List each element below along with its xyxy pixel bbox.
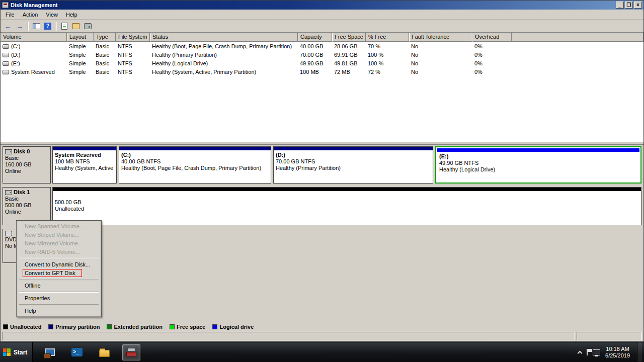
forward-icon[interactable]: → — [14, 21, 25, 31]
column-file-system[interactable]: File System — [116, 33, 150, 42]
partition-system-reserved[interactable]: System Reserved 100 MB NTFS Healthy (Sys… — [52, 146, 117, 184]
column-pct-free[interactable]: % Free — [366, 33, 409, 42]
powershell-icon[interactable]: >_ — [68, 344, 86, 360]
show-desktop-button[interactable] — [637, 342, 642, 362]
window-title: Disk Management — [11, 2, 615, 8]
menu-help[interactable]: Help — [62, 11, 82, 19]
close-button[interactable]: × — [634, 2, 642, 9]
network-icon[interactable] — [593, 349, 600, 355]
menu-item-offline[interactable]: Offline — [18, 282, 100, 290]
menu-item-convert-to-dynamic-disk[interactable]: Convert to Dynamic Disk... — [18, 260, 100, 269]
pct-free-cell: 70 % — [366, 43, 409, 49]
layout-cell: Simple — [67, 52, 94, 58]
disk-name: Disk 0 — [14, 148, 30, 155]
show-console-tree-icon[interactable] — [31, 21, 42, 31]
overhead-cell: 0% — [472, 60, 512, 66]
tray-time: 10:18 AM — [605, 346, 630, 352]
free-space-cell: 72 MB — [332, 69, 366, 75]
volume-name: (E:) — [11, 60, 20, 66]
status-panel-side — [577, 332, 642, 340]
context-menu: New Spanned Volume... New Striped Volume… — [16, 220, 102, 317]
refresh-icon[interactable] — [59, 21, 70, 31]
minimize-button[interactable]: _ — [616, 2, 624, 9]
rescan-disks-icon[interactable] — [82, 21, 93, 31]
volume-row-e[interactable]: (E:) Simple Basic NTFS Healthy (Logical … — [1, 59, 643, 67]
legend-swatch — [212, 324, 217, 329]
disk-kind: Basic — [5, 196, 48, 202]
menu-action[interactable]: Action — [19, 11, 42, 19]
file-system-cell: NTFS — [116, 60, 150, 66]
file-explorer-icon[interactable] — [95, 344, 113, 360]
disk0-header[interactable]: Disk 0 Basic 160.00 GB Online — [3, 146, 51, 184]
primary-partition-color-strip — [119, 147, 271, 150]
unallocated-region[interactable]: 500.00 GB Unallocated — [52, 187, 641, 225]
partition-d[interactable]: (D:) 70.00 GB NTFS Healthy (Primary Part… — [273, 146, 433, 184]
column-layout[interactable]: Layout — [67, 33, 94, 42]
legend-bar: Unallocated Primary partition Extended p… — [1, 322, 643, 331]
volume-list: Volume Layout Type File System Status Ca… — [1, 33, 643, 142]
partition-title: System Reserved — [53, 150, 116, 158]
menu-item-help[interactable]: Help — [18, 307, 100, 315]
start-button[interactable]: Start — [0, 342, 33, 362]
legend-label: Unallocated — [10, 324, 41, 330]
disk1-header[interactable]: Disk 1 Basic 500.00 GB Online — [3, 187, 51, 225]
menu-item-new-mirrored-volume: New Mirrored Volume... — [18, 239, 100, 248]
volume-cell: System Reserved — [1, 69, 67, 75]
legend-free-space: Free space — [170, 324, 205, 330]
free-space-cell: 69.91 GB — [332, 52, 366, 58]
server-manager-icon[interactable] — [41, 344, 59, 360]
menu-separator — [19, 258, 99, 259]
menu-item-properties[interactable]: Properties — [18, 294, 100, 303]
disk-kind: Basic — [5, 155, 48, 161]
volume-name: System Reserved — [11, 69, 55, 75]
menu-item-convert-to-gpt-disk[interactable]: Convert to GPT Disk — [18, 269, 100, 278]
partition-e-selected[interactable]: (E:) 49.90 GB NTFS Healthy (Logical Driv… — [435, 146, 641, 184]
menu-separator — [19, 304, 99, 305]
status-cell: Healthy (Primary Partition) — [150, 52, 298, 58]
menu-file[interactable]: File — [2, 11, 19, 19]
action-center-flag-icon[interactable] — [587, 349, 588, 355]
column-capacity[interactable]: Capacity — [298, 33, 332, 42]
primary-partition-color-strip — [274, 147, 433, 150]
volume-name: (C:) — [11, 43, 20, 49]
column-fault-tolerance[interactable]: Fault Tolerance — [409, 33, 472, 42]
start-label: Start — [14, 349, 27, 356]
layout-cell: Simple — [67, 60, 94, 66]
status-cell: Healthy (Logical Drive) — [150, 60, 298, 66]
pct-free-cell: 72 % — [366, 69, 409, 75]
volume-row-d[interactable]: (D:) Simple Basic NTFS Healthy (Primary … — [1, 50, 643, 59]
legend-swatch — [107, 324, 112, 329]
volume-row-c[interactable]: (C:) Simple Basic NTFS Healthy (Boot, Pa… — [1, 42, 643, 50]
rescan-glyph — [84, 23, 92, 29]
tray-expand-chevron-icon[interactable] — [578, 350, 583, 355]
cd-rom-icon — [5, 231, 12, 236]
screen: Disk Management _ ❐ × File Action View H… — [0, 0, 644, 362]
menu-separator — [19, 279, 99, 280]
back-icon[interactable]: ← — [3, 21, 14, 31]
legend-label: Extended partition — [114, 324, 163, 330]
restore-button[interactable]: ❐ — [625, 2, 633, 9]
column-status[interactable]: Status — [150, 33, 298, 42]
partition-c[interactable]: (C:) 40.00 GB NTFS Healthy (Boot, Page F… — [119, 146, 271, 184]
menu-view[interactable]: View — [42, 11, 62, 19]
partition-size: 70.00 GB NTFS — [274, 158, 433, 165]
column-overhead[interactable]: Overhead — [472, 33, 512, 42]
disk-management-taskbar-button[interactable] — [122, 344, 140, 360]
disk1-partitions: 500.00 GB Unallocated — [52, 187, 641, 226]
column-free-space[interactable]: Free Space — [332, 33, 366, 42]
column-volume[interactable]: Volume — [1, 33, 67, 42]
partition-title: (D:) — [274, 150, 433, 158]
tray-clock[interactable]: 10:18 AM 6/25/2019 — [605, 346, 630, 359]
volume-cell: (C:) — [1, 43, 67, 49]
properties-icon[interactable] — [70, 21, 82, 31]
title-bar[interactable]: Disk Management _ ❐ × — [1, 1, 643, 10]
menu-item-new-raid5-volume: New RAID-5 Volume... — [18, 248, 100, 256]
column-type[interactable]: Type — [94, 33, 116, 42]
volume-row-system-reserved[interactable]: System Reserved Simple Basic NTFS Health… — [1, 67, 643, 76]
free-space-cell: 28.06 GB — [332, 43, 366, 49]
file-system-cell: NTFS — [116, 52, 150, 58]
overhead-cell: 0% — [472, 69, 512, 75]
help-icon[interactable]: ? — [42, 21, 53, 31]
help-glyph: ? — [44, 23, 51, 30]
disk-status: Online — [5, 209, 48, 215]
